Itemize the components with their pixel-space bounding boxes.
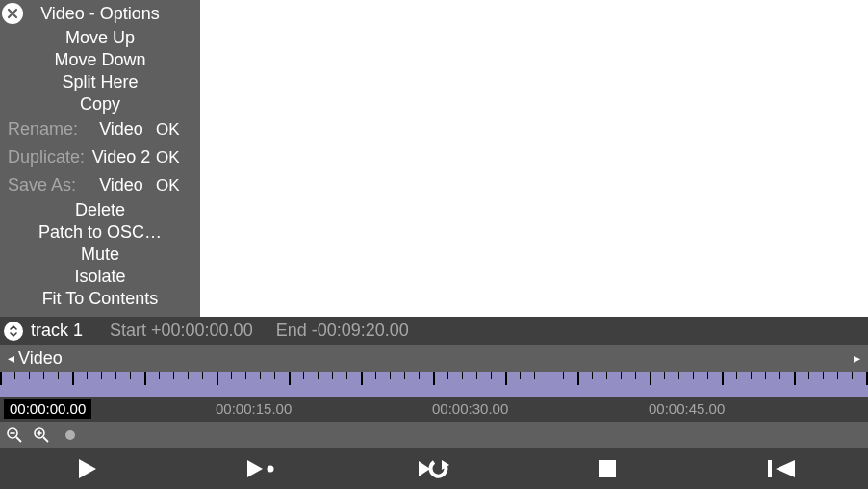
saveas-ok-button[interactable]: OK (156, 176, 183, 195)
svg-line-1 (16, 437, 21, 442)
duplicate-input[interactable]: Video 2 (89, 147, 154, 167)
option-duplicate-row: Duplicate: Video 2 OK (0, 143, 200, 171)
options-title: Video - Options (23, 4, 200, 24)
layer-left-icon[interactable]: ◂ (8, 350, 14, 366)
track-strip: track 1 Start +00:00:00.00 End -00:09:20… (0, 317, 868, 345)
svg-line-4 (43, 437, 48, 442)
option-fit-contents[interactable]: Fit To Contents (0, 288, 200, 310)
track-sort-icon[interactable] (4, 322, 23, 341)
track-start[interactable]: Start +00:00:00.00 (110, 321, 253, 341)
track-end[interactable]: End -00:09:20.00 (276, 321, 409, 341)
loop-button[interactable] (415, 454, 453, 483)
svg-marker-10 (419, 461, 430, 476)
zoom-slider-thumb[interactable] (65, 430, 75, 440)
layer-name[interactable]: Video (18, 348, 854, 369)
layer-strip: ◂ Video ▸ (0, 345, 868, 372)
options-panel: Video - Options Move Up Move Down Split … (0, 0, 200, 317)
option-split-here[interactable]: Split Here (0, 71, 200, 93)
zoom-in-icon[interactable] (33, 426, 50, 444)
timeline-ruler[interactable] (0, 372, 868, 397)
zoom-out-icon[interactable] (6, 426, 23, 444)
time-label: 00:00:45.00 (649, 400, 725, 417)
stop-button[interactable] (588, 454, 626, 483)
track-name[interactable]: track 1 (31, 321, 83, 341)
option-patch-osc[interactable]: Patch to OSC… (0, 221, 200, 244)
svg-marker-7 (79, 459, 96, 478)
zoom-strip (0, 422, 868, 448)
svg-marker-14 (776, 460, 795, 477)
option-saveas-row: Save As: Video OK (0, 171, 200, 199)
option-copy[interactable]: Copy (0, 93, 200, 116)
saveas-label: Save As: (8, 175, 89, 195)
svg-rect-13 (768, 460, 772, 477)
options-header: Video - Options (0, 0, 200, 27)
option-mute[interactable]: Mute (0, 244, 200, 266)
close-icon[interactable] (2, 3, 23, 24)
layer-right-icon[interactable]: ▸ (854, 350, 860, 366)
svg-rect-12 (599, 460, 616, 477)
duplicate-ok-button[interactable]: OK (156, 148, 183, 167)
time-label: 00:00:15.00 (216, 400, 292, 417)
svg-point-9 (267, 465, 273, 472)
rename-label: Rename: (8, 119, 89, 140)
rewind-button[interactable] (762, 454, 801, 483)
play-selection-button[interactable] (242, 454, 280, 483)
time-label: 00:00:30.00 (432, 400, 508, 417)
play-button[interactable] (67, 454, 106, 483)
rename-ok-button[interactable]: OK (156, 120, 183, 140)
transport-bar (0, 448, 868, 489)
option-isolate[interactable]: Isolate (0, 266, 200, 288)
option-move-down[interactable]: Move Down (0, 49, 200, 71)
saveas-input[interactable]: Video (89, 175, 154, 195)
svg-marker-8 (247, 460, 263, 477)
duplicate-label: Duplicate: (8, 147, 89, 167)
playhead-time[interactable]: 00:00:00.00 (4, 399, 91, 419)
option-delete[interactable]: Delete (0, 199, 200, 221)
rename-input[interactable]: Video (89, 119, 154, 140)
option-move-up[interactable]: Move Up (0, 27, 200, 49)
option-rename-row: Rename: Video OK (0, 116, 200, 143)
time-labels-strip: 00:00:00.00 00:00:15.00 00:00:30.00 00:0… (0, 397, 868, 422)
